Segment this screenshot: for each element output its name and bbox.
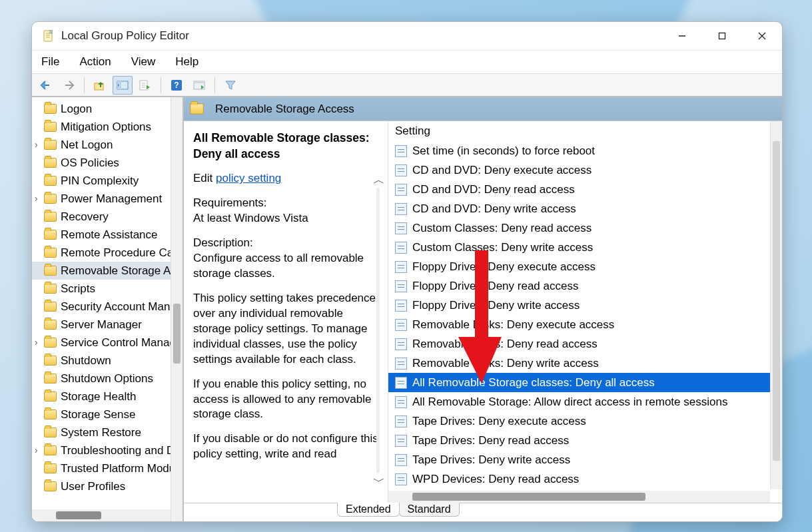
- folder-icon: [44, 427, 57, 437]
- desc-scroll-down-icon[interactable]: ﹀: [373, 473, 385, 489]
- content-pane: Removable Storage Access All Removable S…: [184, 97, 782, 521]
- menu-help[interactable]: Help: [173, 54, 201, 70]
- policy-icon: [395, 145, 407, 157]
- settings-vertical-scrollbar[interactable]: [770, 121, 782, 489]
- tree-item-label: Storage Sense: [61, 408, 135, 421]
- tree-item-label: Recovery: [61, 210, 109, 224]
- setting-item[interactable]: CD and DVD: Deny write access: [388, 199, 782, 218]
- edit-policy-link[interactable]: policy setting: [216, 172, 281, 184]
- settings-panel: Setting Set time (in seconds) to force r…: [388, 121, 782, 503]
- filter-button[interactable]: [220, 76, 240, 95]
- setting-item[interactable]: Custom Classes: Deny write access: [388, 238, 782, 257]
- properties-button[interactable]: [189, 76, 209, 95]
- description-text-1: Configure access to all removable storag…: [193, 252, 364, 280]
- menu-file[interactable]: File: [39, 54, 62, 70]
- tree-item[interactable]: System Restore: [32, 423, 183, 441]
- app-icon: [43, 30, 55, 42]
- tree-item[interactable]: Shutdown: [32, 352, 183, 370]
- setting-item-label: Removable Disks: Deny execute access: [412, 318, 614, 332]
- settings-column-header[interactable]: Setting: [388, 121, 782, 141]
- tree-item[interactable]: PIN Complexity: [32, 172, 183, 190]
- help-button[interactable]: ?: [167, 76, 187, 95]
- setting-item[interactable]: Removable Disks: Deny execute access: [388, 315, 782, 334]
- tree-item[interactable]: Mitigation Options: [32, 118, 183, 136]
- folder-icon: [44, 194, 57, 204]
- maximize-button[interactable]: [702, 22, 742, 51]
- tree-item[interactable]: Storage Health: [32, 388, 183, 405]
- policy-icon: [395, 300, 407, 312]
- setting-item[interactable]: Removable Disks: Deny read access: [388, 334, 782, 354]
- edit-label: Edit: [193, 172, 212, 184]
- close-button[interactable]: [742, 22, 782, 51]
- tab-extended[interactable]: Extended: [337, 503, 400, 517]
- tree-item[interactable]: Storage Sense: [32, 405, 183, 423]
- desc-scroll-up-icon[interactable]: ︿: [373, 172, 385, 188]
- desc-scroll-track[interactable]: [376, 188, 380, 473]
- tree-item[interactable]: Logon: [32, 100, 183, 118]
- folder-icon: [44, 212, 57, 222]
- forward-button[interactable]: [59, 76, 79, 95]
- folder-icon: [44, 266, 57, 276]
- setting-item[interactable]: Removable Disks: Deny write access: [388, 354, 782, 373]
- setting-item-label: All Removable Storage classes: Deny all …: [412, 376, 655, 390]
- selected-policy-title: All Removable Storage classes: Deny all …: [193, 131, 378, 162]
- tree-item[interactable]: Net Logon: [32, 136, 183, 154]
- content-header-title: Removable Storage Access: [215, 103, 354, 116]
- setting-item[interactable]: Custom Classes: Deny read access: [388, 218, 782, 238]
- tree-item[interactable]: Power Management: [32, 190, 183, 208]
- setting-item[interactable]: Floppy Drives: Deny read access: [388, 276, 782, 296]
- body: LogonMitigation OptionsNet LogonOS Polic…: [32, 97, 782, 521]
- tree-item-label: Shutdown: [61, 354, 111, 368]
- folder-icon: [44, 158, 57, 168]
- tree-item[interactable]: Removable Storage Access: [32, 262, 183, 280]
- tree-item[interactable]: User Profiles: [32, 477, 183, 495]
- tree-item[interactable]: Shutdown Options: [32, 370, 183, 388]
- show-hide-tree-button[interactable]: [113, 76, 133, 95]
- svg-rect-10: [194, 81, 204, 83]
- setting-item[interactable]: WPD Devices: Deny read access: [388, 469, 782, 489]
- tree-item[interactable]: Troubleshooting and Diagnostics: [32, 441, 183, 459]
- tree-item[interactable]: Scripts: [32, 280, 183, 298]
- tree-item-label: System Restore: [61, 426, 141, 439]
- tree-item[interactable]: OS Policies: [32, 154, 183, 172]
- minimize-button[interactable]: [662, 22, 702, 51]
- titlebar: Local Group Policy Editor: [32, 22, 782, 51]
- tree-item[interactable]: Security Account Manager: [32, 298, 183, 316]
- tree-horizontal-scrollbar[interactable]: [32, 509, 171, 521]
- tree-vertical-scrollbar[interactable]: [171, 97, 183, 521]
- menu-action[interactable]: Action: [77, 54, 113, 70]
- folder-icon: [44, 374, 57, 384]
- description-panel: All Removable Storage classes: Deny all …: [184, 121, 388, 503]
- tree-item[interactable]: Trusted Platform Module: [32, 459, 183, 477]
- tree-item[interactable]: Server Manager: [32, 316, 183, 334]
- setting-item[interactable]: Tape Drives: Deny write access: [388, 450, 782, 469]
- tree-item[interactable]: Remote Assistance: [32, 226, 183, 244]
- tree-item[interactable]: Remote Procedure Call: [32, 244, 183, 262]
- folder-icon: [44, 230, 57, 240]
- gpedit-window: Local Group Policy Editor File Action Vi…: [31, 21, 783, 522]
- setting-item[interactable]: Tape Drives: Deny execute access: [388, 411, 782, 431]
- setting-item[interactable]: Set time (in seconds) to force reboot: [388, 141, 782, 160]
- setting-item[interactable]: Tape Drives: Deny read access: [388, 431, 782, 450]
- export-list-button[interactable]: [135, 76, 155, 95]
- setting-item[interactable]: CD and DVD: Deny execute access: [388, 160, 782, 180]
- menu-view[interactable]: View: [129, 54, 159, 70]
- policy-icon: [395, 415, 407, 427]
- folder-icon: [44, 409, 57, 419]
- setting-item[interactable]: Floppy Drives: Deny write access: [388, 296, 782, 315]
- tree-item-label: User Profiles: [61, 480, 125, 493]
- setting-item-label: Removable Disks: Deny read access: [412, 338, 598, 351]
- settings-horizontal-scrollbar[interactable]: [388, 491, 770, 503]
- back-button[interactable]: [36, 76, 56, 95]
- up-level-button[interactable]: [90, 76, 110, 95]
- policy-icon: [395, 454, 407, 466]
- folder-icon: [44, 481, 57, 491]
- setting-item[interactable]: CD and DVD: Deny read access: [388, 180, 782, 199]
- tree-item[interactable]: Recovery: [32, 208, 183, 226]
- setting-item[interactable]: All Removable Storage classes: Deny all …: [388, 373, 782, 392]
- tab-standard[interactable]: Standard: [399, 503, 460, 517]
- setting-item[interactable]: All Removable Storage: Allow direct acce…: [388, 392, 782, 411]
- tree-item[interactable]: Service Control Manager: [32, 334, 183, 352]
- setting-item[interactable]: Floppy Drives: Deny execute access: [388, 257, 782, 276]
- policy-icon: [395, 261, 407, 273]
